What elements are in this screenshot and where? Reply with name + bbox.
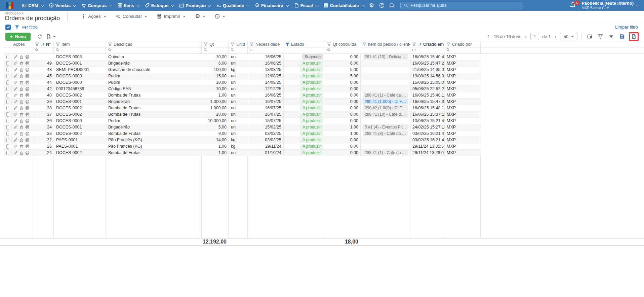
column-header-item[interactable]: Item <box>54 41 106 47</box>
cell-select[interactable] <box>4 60 11 66</box>
column-filter-funnel-icon[interactable] <box>327 42 331 46</box>
column-filter-funnel-icon[interactable] <box>56 42 60 46</box>
help-icon[interactable]: ? <box>377 0 387 11</box>
print-icon[interactable] <box>25 80 30 85</box>
column-header-criado_em[interactable]: ↓2Criado em <box>410 41 444 47</box>
column-header-qt[interactable]: Qt <box>202 41 229 47</box>
column-header-acoes[interactable]: Ações <box>11 41 33 47</box>
filter-input-descricao[interactable] <box>106 47 202 53</box>
nav-menu-vendas[interactable]: $Vendas <box>46 0 79 11</box>
row-checkbox[interactable] <box>6 74 9 78</box>
table-row[interactable]: 39DOCES-0001Brigadeirão1.000,00un16/07/2… <box>4 99 481 105</box>
column-header-qt_concluida[interactable]: Qt concluída <box>325 41 360 47</box>
delete-icon[interactable] <box>19 67 24 72</box>
print-icon[interactable] <box>25 118 30 123</box>
row-checkbox[interactable] <box>6 93 9 98</box>
row-checkbox[interactable] <box>6 55 9 59</box>
filter-button[interactable] <box>597 33 604 40</box>
cell-select[interactable] <box>4 67 11 73</box>
table-row[interactable]: 48SEMI-PROD0001Ganache de chocolate100,0… <box>4 67 481 73</box>
nav-menu-compras[interactable]: Compras <box>78 0 114 11</box>
edit-icon[interactable] <box>13 150 18 155</box>
filter-input-unid[interactable] <box>229 47 248 53</box>
next-page-button[interactable]: › <box>554 34 557 40</box>
edit-icon[interactable] <box>13 74 18 78</box>
app-logo[interactable] <box>6 2 13 9</box>
column-filter-funnel-icon[interactable] <box>108 42 112 46</box>
cell-select[interactable] <box>4 150 11 156</box>
nav-menu-estoque[interactable]: Estoque <box>142 0 176 11</box>
novo-button[interactable]: +Novo <box>5 33 31 41</box>
cell-select[interactable] <box>4 143 11 149</box>
print-icon[interactable] <box>25 131 30 136</box>
nav-menu-financeiro[interactable]: $Financeiro <box>252 0 291 11</box>
edit-icon[interactable] <box>13 112 18 117</box>
column-header-n[interactable]: ↓1N° <box>33 41 54 47</box>
settings-menu-button[interactable]: ⚙ <box>190 11 210 22</box>
help-menu-button[interactable]: ? <box>210 11 230 22</box>
table-row[interactable]: 49DOCES-0001Brigadeirão6,00un16/06/25A p… <box>4 60 481 67</box>
table-row[interactable]: DOCES-0003Quindim10,00un16/06/25Sugerida… <box>4 54 481 60</box>
filter-input-criado_por[interactable] <box>444 47 481 53</box>
filter-input-item[interactable] <box>54 47 106 53</box>
edit-icon[interactable] <box>13 67 18 72</box>
delete-icon[interactable] <box>19 93 24 98</box>
cell-select[interactable] <box>4 92 11 98</box>
delete-icon[interactable] <box>19 144 24 149</box>
highlighted-export-report-button[interactable] <box>629 32 639 41</box>
print-icon[interactable] <box>25 74 30 78</box>
column-filter-funnel-icon[interactable] <box>231 42 235 46</box>
order-item-chip[interactable]: 288 #1 (1) - Café da Esq... <box>363 92 408 98</box>
print-icon[interactable] <box>25 99 30 104</box>
table-row[interactable]: 38DOCES-0002Bomba de Frutas1.000,00un16/… <box>4 105 481 111</box>
cell-select[interactable] <box>4 137 11 143</box>
delete-icon[interactable] <box>19 99 24 104</box>
table-row[interactable]: 42000123456789Código EAN10,00un12/12/25A… <box>4 86 481 92</box>
consultar-menu-button[interactable]: Consultar <box>111 11 152 22</box>
print-icon[interactable] <box>25 138 30 142</box>
save-view-button[interactable] <box>618 33 626 40</box>
filter-input-n[interactable] <box>33 47 54 53</box>
column-filter-funnel-icon[interactable] <box>446 42 450 46</box>
table-row[interactable]: 44DOCES-0000Pudim10,00un14/08/25A produz… <box>4 79 481 86</box>
nav-menu-contabilidade[interactable]: Contabilidade <box>321 0 367 11</box>
nav-menu-crm[interactable]: CRM <box>19 0 46 11</box>
table-row[interactable]: 36DOCES-0000Pudim10.000,00un15/07/25A pr… <box>4 118 481 124</box>
print-icon[interactable] <box>25 112 30 117</box>
order-item-chip[interactable]: 5 #1 (4) - Eventos Prime ... <box>363 124 408 130</box>
edit-icon[interactable] <box>13 80 18 85</box>
cell-select[interactable] <box>4 131 11 137</box>
print-icon[interactable] <box>25 106 30 110</box>
row-checkbox[interactable] <box>6 112 9 117</box>
row-checkbox[interactable] <box>6 61 9 66</box>
limpar-filtro-link[interactable]: Limpar filtro <box>615 25 638 30</box>
acoes-menu-button[interactable]: Ações <box>76 11 111 22</box>
cell-select[interactable] <box>4 73 11 79</box>
notifications-bell-icon[interactable]: 5 <box>569 2 577 9</box>
filter-lines-button[interactable] <box>607 33 615 40</box>
row-checkbox[interactable] <box>6 68 9 72</box>
edit-icon[interactable] <box>13 138 18 142</box>
column-filter-funnel-icon[interactable] <box>204 42 208 46</box>
row-checkbox[interactable] <box>6 80 9 85</box>
edit-icon[interactable] <box>13 61 18 66</box>
table-row[interactable]: 32PAES-0001Pão Francês (KG)14,00kg03/02/… <box>4 137 481 143</box>
cell-select[interactable] <box>4 111 11 117</box>
edit-icon[interactable] <box>13 125 18 129</box>
nav-menu-itens[interactable]: Itens <box>115 0 142 11</box>
order-item-chip[interactable]: 290 #2 (1.000) - Di Fami... <box>363 105 408 111</box>
chat-icon[interactable] <box>387 0 397 11</box>
column-header-unid[interactable]: Unid <box>229 41 248 47</box>
delete-icon[interactable] <box>19 74 24 78</box>
cell-select[interactable] <box>4 99 11 105</box>
ver-filtro-link[interactable]: Ver filtro <box>22 25 38 30</box>
row-checkbox[interactable] <box>6 138 9 142</box>
delete-icon[interactable] <box>19 118 24 123</box>
delete-icon[interactable] <box>19 125 24 129</box>
page-number-input[interactable]: 1 <box>530 33 539 40</box>
cell-select[interactable] <box>4 124 11 130</box>
column-filter-funnel-icon[interactable] <box>362 42 366 46</box>
nav-menu-produção[interactable]: Produção <box>176 0 213 11</box>
row-checkbox[interactable] <box>6 132 9 136</box>
columns-config-button[interactable] <box>586 33 593 40</box>
